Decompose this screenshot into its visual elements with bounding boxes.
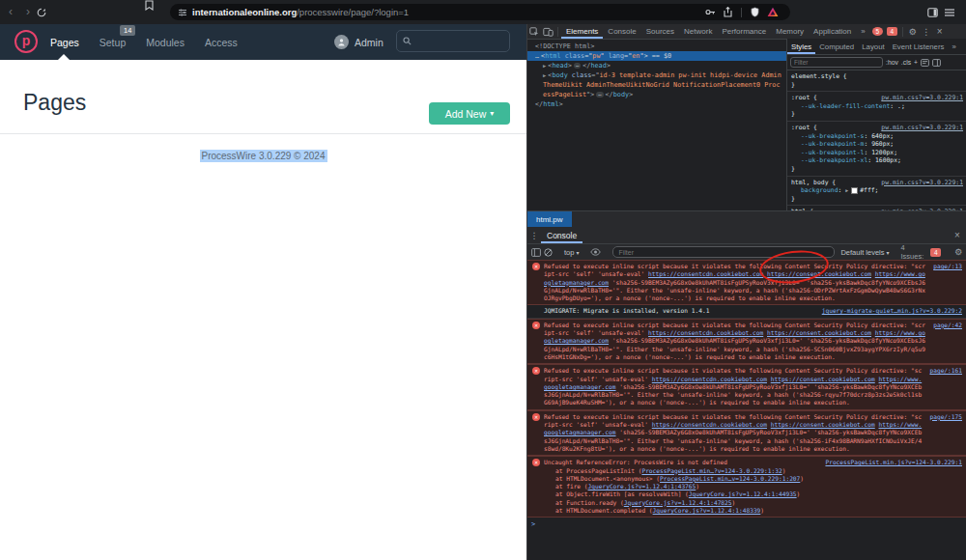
console-message-link[interactable]: https://consent.cookiebot.com [771,421,875,428]
style-property[interactable]: background: ▶#fff; [791,186,963,195]
style-property[interactable]: --uk-breakpoint-m: 960px; [791,140,963,149]
dom-tree-node[interactable]: ▶<head>⋯</head> [527,61,786,70]
drawer-kebab-icon[interactable]: ⋮ [527,229,541,241]
styles-rules[interactable]: element.style {}:root {pw.min.css?v=3.0.… [787,70,966,210]
console-message-link[interactable]: https://consent.cookiebot.com [767,329,871,336]
url-bar[interactable]: internationaleonline.org/processwire/pag… [170,4,790,20]
style-rule[interactable]: element.style {} [787,70,966,92]
share-icon[interactable] [724,7,732,17]
style-property[interactable]: --uk-breakpoint-s: 640px; [791,132,963,141]
styles-tab-styles[interactable]: Styles [787,39,815,54]
stack-frame-link[interactable]: JqueryCore.js?v=1.12.4:1:48339 [653,507,761,514]
style-property[interactable]: --uk-breakpoint-l: 1200px; [791,149,963,157]
back-icon[interactable]: ‹ [2,0,19,24]
console-settings-icon[interactable]: ⚙ [954,246,962,259]
issues-count-label[interactable]: 4 Issues: [901,243,924,261]
site-settings-icon[interactable] [178,8,187,17]
sidebar-toggle-icon[interactable] [927,8,945,17]
devtools-tab-sources[interactable]: Sources [641,24,679,39]
forward-icon[interactable]: › [19,0,37,24]
admin-search[interactable] [396,30,510,52]
panel-layout-icon[interactable] [932,59,941,67]
pseudo-state-toggle[interactable]: :hov [886,59,898,66]
bookmark-icon[interactable] [145,0,162,11]
key-icon[interactable] [705,8,716,16]
devtools-tab-performance[interactable]: Performance [717,24,771,39]
message-source-link[interactable]: page/:161 [929,367,962,375]
styles-more-tabs-icon[interactable]: » [948,39,959,54]
dom-tree-node[interactable]: <!DOCTYPE html> [527,42,786,51]
color-swatch[interactable] [851,187,858,194]
dom-tree-node[interactable]: </html> [527,99,786,109]
computed-sidebar-icon[interactable] [921,59,929,67]
message-source-link[interactable]: ProcessPageList.min.js?v=124-3.0.229:1 [825,459,962,466]
eye-icon[interactable] [590,248,601,256]
style-property[interactable]: --uk-breakpoint-xl: 1600px; [791,156,963,165]
stack-frame-link[interactable]: JqueryCore.js?v=1.12.4:1:47825 [624,499,732,506]
devtools-tab-elements[interactable]: Elements [561,24,603,39]
style-rule[interactable]: html, body {pw.min.css?v=3.0.229:1backgr… [787,177,966,207]
message-source-link[interactable]: page/:42 [933,322,962,329]
expand-arrow-icon[interactable]: ▶ [543,72,546,78]
console-message-link[interactable]: https://consentcdn.cookiebot.com [648,329,763,336]
devtools-tab-memory[interactable]: Memory [771,24,809,39]
issues-count-badge[interactable]: 4 [930,248,941,257]
style-rule[interactable]: :root {pw.min.css?v=3.0.229:1--uk-breakp… [787,122,966,177]
expand-arrow-icon[interactable]: ▶ [845,187,848,193]
context-selector[interactable]: top ▾ [564,248,579,257]
more-tabs-icon[interactable]: » [856,24,869,39]
stack-frame-link[interactable]: ProcessPageList.min…?v=124-3.0.229:1:32 [641,467,781,474]
styles-tab-computed[interactable]: Computed [815,39,858,54]
menu-icon[interactable] [945,9,962,16]
log-levels-selector[interactable]: Default levels ▾ [840,248,889,257]
message-source-link[interactable]: jquery-migrate-quiet…min.js?v=3.0.229:2 [822,307,962,315]
message-source-link[interactable]: page/:175 [929,413,962,421]
device-toolbar-icon[interactable] [541,25,554,38]
stack-frame-link[interactable]: JqueryCore.js?v=1.12.4:1:43765 [588,483,696,490]
console-tab[interactable]: Console [541,227,582,243]
reload-icon[interactable] [37,8,54,17]
devtools-tab-console[interactable]: Console [603,24,640,39]
console-sidebar-icon[interactable] [531,248,541,257]
console-filter-input[interactable] [612,246,835,258]
inspect-element-icon[interactable] [527,25,541,38]
stylesheet-link[interactable]: pw.min.css?v=3.0.229:1 [881,124,963,132]
nav-item-access[interactable]: Access [205,37,238,48]
styles-filter-input[interactable] [790,57,883,68]
class-toggle[interactable]: .cls [901,59,911,66]
styles-tab-event-listeners[interactable]: Event Listeners [889,39,949,54]
elements-panel[interactable]: <!DOCTYPE html>…<html class="pw" lang="e… [527,39,786,210]
nav-item-pages[interactable]: Pages [50,37,79,48]
clear-console-icon[interactable] [544,248,553,257]
search-input[interactable] [412,35,502,47]
console-message-link[interactable]: https://consent.cookiebot.com [767,270,871,277]
stack-frame-link[interactable]: JqueryCore.js?v=1.12.4:1:44935 [689,490,797,497]
stylesheet-link[interactable]: pw.min.css?v=3.0.229:1 [881,179,963,187]
nav-item-setup[interactable]: Setup [99,37,126,48]
console-prompt[interactable]: > [527,518,966,531]
devtools-kebab-icon[interactable]: ⋮ [920,25,933,38]
style-rule[interactable]: :root {pw.min.css?v=3.0.229:1--uk-leader… [787,92,966,122]
new-style-rule-icon[interactable]: + [914,59,918,66]
styles-tab-layout[interactable]: Layout [858,39,888,54]
drawer-close-icon[interactable]: × [951,229,964,241]
console-message-link[interactable]: https://consentcdn.cookiebot.com [652,376,767,382]
dom-tree-node[interactable]: …<html class="pw" lang="en"> == $0 [527,51,786,61]
devtools-close-icon[interactable]: × [933,25,947,38]
user-menu[interactable]: Admin [334,24,384,60]
console-error-badge[interactable]: 5 [872,27,883,36]
shield-extension-icon[interactable] [751,7,759,17]
triangle-extension-icon[interactable] [767,7,779,17]
console-message-link[interactable]: https://consentcdn.cookiebot.com [648,270,763,277]
processwire-logo-icon[interactable]: p [14,30,38,53]
stylesheet-link[interactable]: pw.min.css?v=3.0.229:1 [881,94,963,102]
message-source-link[interactable]: page/:13 [933,263,962,270]
devtools-tab-application[interactable]: Application [809,24,856,39]
devtools-tab-network[interactable]: Network [679,24,717,39]
dom-tree-node[interactable]: ▶<body class="id-3 template-admin pw-ini… [527,70,786,99]
stack-frame-link[interactable]: ProcessPageList.min…v=124-3.0.229:1:207 [660,475,800,482]
devtools-settings-icon[interactable]: ⚙ [906,25,920,38]
expand-arrow-icon[interactable]: ▶ [543,63,546,69]
add-new-button[interactable]: Add New ▾ [429,102,510,125]
issues-badge[interactable]: 4 [887,27,897,36]
